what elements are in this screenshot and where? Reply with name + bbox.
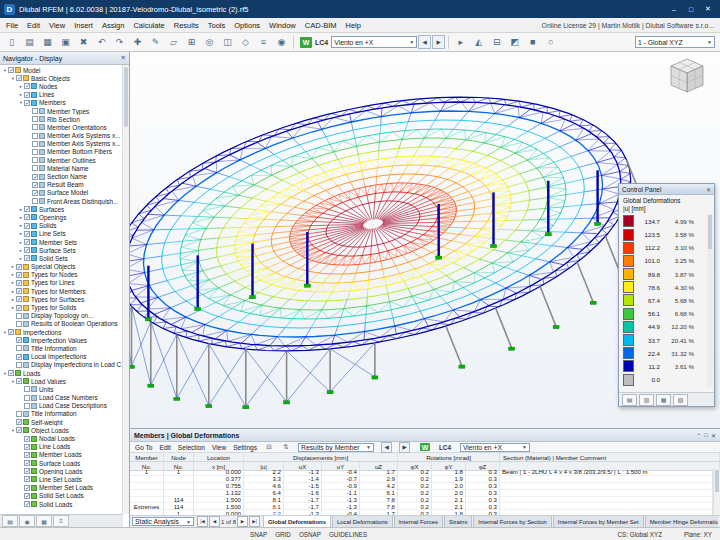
result-tab[interactable]: Global Deformations [263, 516, 331, 527]
tree-checkbox[interactable] [16, 321, 22, 327]
tree-checkbox[interactable]: ✓ [16, 296, 22, 302]
table-row[interactable]: Extremes 114 1.500 8.1 -1.7 -1.3 7.8 0.2… [130, 503, 713, 510]
display-settings-icon[interactable]: ◩ [506, 34, 523, 51]
show-results-icon[interactable]: ◭ [470, 34, 487, 51]
tree-checkbox[interactable] [16, 345, 22, 351]
next-page-button[interactable]: ▶ [237, 516, 248, 527]
tree-checkbox[interactable] [16, 411, 22, 417]
menu-item[interactable]: Help [345, 21, 360, 30]
tree-checkbox[interactable]: ✓ [24, 83, 30, 89]
tree-item[interactable]: ▸ ✓ Types for Surfaces [0, 295, 122, 303]
previous-member-button[interactable]: ◀ [381, 442, 392, 453]
tree-item[interactable]: ✓ Line Set Loads [0, 475, 122, 483]
table-menu-item[interactable]: Settings [233, 444, 257, 451]
tables-icon[interactable]: ≡ [255, 34, 272, 51]
tree-item[interactable]: Rib Section [0, 115, 122, 123]
table-scrollbar[interactable] [713, 469, 720, 515]
snap-toggle-button[interactable]: OSNAP [299, 531, 321, 538]
tree-item[interactable]: ▾ ✓ Basic Objects [0, 74, 122, 82]
tree-checkbox[interactable]: ✓ [32, 174, 38, 180]
tree-checkbox[interactable]: ✓ [32, 182, 38, 188]
save-icon[interactable]: ▦ [39, 34, 56, 51]
tree-checkbox[interactable] [24, 386, 30, 392]
tree-item[interactable]: ✓ Section Name [0, 172, 122, 180]
maximize-button[interactable]: □ [683, 3, 699, 16]
tree-item[interactable]: ▾ ✓ Object Loads [0, 426, 122, 434]
tree-item[interactable]: ▸ ✓ Solids [0, 222, 122, 230]
tree-checkbox[interactable]: ✓ [24, 468, 30, 474]
menu-item[interactable]: CAD-BIM [305, 21, 337, 30]
tree-checkbox[interactable]: ✓ [16, 288, 22, 294]
tree-item[interactable]: Member Axis Systems x... [0, 140, 122, 148]
tree-item[interactable]: Title Information [0, 410, 122, 418]
tree-item[interactable]: Member Axis Systems x... [0, 132, 122, 140]
navigator-display-tab-icon[interactable]: ◉ [19, 515, 35, 527]
tree-checkbox[interactable]: ✓ [24, 206, 30, 212]
column-header[interactable]: Node [164, 453, 194, 462]
tree-item[interactable]: ✓ Surface Loads [0, 459, 122, 467]
menu-item[interactable]: Insert [74, 21, 93, 30]
tree-item[interactable]: ▾ ✓ Members [0, 99, 122, 107]
tree-checkbox[interactable]: ✓ [16, 305, 22, 311]
tree-checkbox[interactable] [16, 313, 22, 319]
table-menu-item[interactable]: View [212, 444, 226, 451]
tree-item[interactable]: ✓ Member Set Loads [0, 484, 122, 492]
tree-item[interactable]: ▾ ✓ Load Values [0, 377, 122, 385]
tree-item[interactable]: Load Case Descriptions [0, 402, 122, 410]
tree-checkbox[interactable]: ✓ [8, 329, 14, 335]
menu-item[interactable]: Assign [102, 21, 125, 30]
last-page-button[interactable]: ▶| [249, 516, 260, 527]
tree-checkbox[interactable] [32, 108, 38, 114]
tree-checkbox[interactable]: ✓ [24, 100, 30, 106]
result-tab[interactable]: Internal Forces [394, 516, 443, 527]
panel-colors-tab-icon[interactable]: ▥ [639, 394, 654, 406]
tree-checkbox[interactable] [16, 362, 22, 368]
table-sort-icon[interactable]: ⇅ [281, 443, 291, 452]
tree-checkbox[interactable]: ✓ [24, 436, 30, 442]
tree-checkbox[interactable] [32, 141, 38, 147]
navigator-close-icon[interactable]: ✕ [121, 54, 126, 62]
table-row[interactable]: 1.132 6.4 -1.6 -1.1 6.1 0.2 2.0 0.3 [130, 490, 713, 497]
tree-checkbox[interactable]: ✓ [16, 75, 22, 81]
result-colors-icon[interactable]: ■ [524, 34, 541, 51]
tree-checkbox[interactable]: ✓ [24, 476, 30, 482]
tree-item[interactable]: ▾ ✓ Model [0, 66, 122, 74]
tree-checkbox[interactable]: ✓ [16, 354, 22, 360]
tree-item[interactable]: ▸ ✓ Surfaces [0, 205, 122, 213]
tree-checkbox[interactable]: ✓ [16, 337, 22, 343]
tree-item[interactable]: ✓ Surface Model [0, 189, 122, 197]
tree-item[interactable]: ▸ ✓ Member Sets [0, 238, 122, 246]
table-pin-icon[interactable]: ⌃ [696, 432, 701, 439]
control-panel-scrollbar[interactable] [707, 214, 713, 388]
work-plane-icon[interactable]: ◫ [219, 34, 236, 51]
tree-checkbox[interactable]: ✓ [16, 419, 22, 425]
tree-item[interactable]: Load Case Numbers [0, 394, 122, 402]
menu-item[interactable]: View [49, 21, 65, 30]
tree-item[interactable]: ✓ Nodal Loads [0, 434, 122, 442]
tree-checkbox[interactable] [32, 198, 38, 204]
grid-snap-icon[interactable]: ⊞ [183, 34, 200, 51]
result-tab[interactable]: Strains [444, 516, 472, 527]
redo-icon[interactable]: ↷ [111, 34, 128, 51]
result-mode-select[interactable]: Results by Member▼ [298, 443, 374, 452]
tree-item[interactable]: ✓ Solid Loads [0, 500, 122, 508]
tree-item[interactable]: ▸ ✓ Types for Solids [0, 303, 122, 311]
column-header[interactable]: Displacements [mm] [244, 453, 398, 462]
tree-item[interactable]: ▸ ✓ Openings [0, 213, 122, 221]
tree-item[interactable]: ▾ ✓ Loads [0, 369, 122, 377]
tree-checkbox[interactable] [32, 124, 38, 130]
result-tab[interactable]: Internal Forces by Member Set [553, 516, 644, 527]
new-model-icon[interactable]: ▯ [3, 34, 20, 51]
panel-icon[interactable]: ◉ [273, 34, 290, 51]
render-mode-icon[interactable]: ◇ [237, 34, 254, 51]
tree-checkbox[interactable]: ✓ [24, 223, 30, 229]
result-tab[interactable]: Internal Forces by Section [473, 516, 551, 527]
tree-checkbox[interactable]: ✓ [8, 370, 14, 376]
control-panel-header[interactable]: Control Panel ✕ [619, 184, 714, 195]
tree-checkbox[interactable]: ✓ [24, 493, 30, 499]
column-header[interactable]: Rotations [mrad] [398, 453, 500, 462]
control-panel-close-icon[interactable]: ✕ [706, 186, 711, 193]
tree-item[interactable]: Member Types [0, 107, 122, 115]
tree-checkbox[interactable]: ✓ [24, 255, 30, 261]
tree-checkbox[interactable]: ✓ [16, 378, 22, 384]
